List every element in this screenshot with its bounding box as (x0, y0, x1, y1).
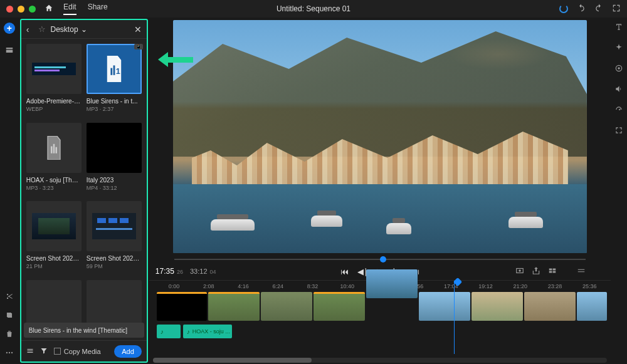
undo-icon[interactable] (577, 4, 586, 14)
svg-rect-16 (96, 228, 132, 230)
audio-track[interactable]: ♪ ♪HOAX - soju ... (153, 322, 611, 340)
add-button[interactable]: Add (114, 345, 142, 358)
minimize-window-button[interactable] (18, 6, 24, 13)
more-icon[interactable] (4, 348, 14, 358)
close-window-button[interactable] (6, 6, 13, 13)
media-item[interactable]: Italy 2023 MP4 · 33:12 (87, 123, 142, 197)
left-tool-rail: + (0, 18, 19, 364)
music-note-icon: ♪ (187, 328, 190, 335)
menu-edit[interactable]: Edit (63, 3, 76, 15)
maximize-window-button[interactable] (29, 6, 36, 13)
timeline: 0:002:084:16 6:248:3210:40 12:4814:5617:… (149, 280, 611, 364)
music-note-icon: ♪ (161, 328, 164, 335)
fullscreen-icon[interactable] (612, 4, 621, 14)
svg-rect-4 (34, 66, 66, 68)
titlebar: Edit Share Untitled: Sequence 01 (0, 0, 627, 18)
svg-rect-22 (552, 271, 556, 273)
audio-icon[interactable] (614, 85, 623, 95)
svg-rect-15 (120, 218, 129, 223)
back-icon[interactable]: ‹ (26, 24, 29, 34)
copy-media-checkbox[interactable]: Copy Media (54, 348, 101, 355)
video-clip[interactable] (157, 292, 207, 321)
media-name: Screen Shot 2023-09... (26, 255, 82, 262)
filter-icon[interactable] (40, 347, 48, 356)
trash-icon[interactable] (4, 329, 14, 339)
audio-clip[interactable]: ♪HOAX - soju ... (183, 325, 232, 338)
scrub-bar[interactable] (174, 256, 586, 263)
scrollbar-thumb[interactable] (153, 358, 312, 363)
add-media-button[interactable]: + (4, 23, 15, 34)
media-meta: WEBP (26, 106, 82, 112)
project-panel-icon[interactable] (4, 45, 14, 55)
close-panel-icon[interactable]: ✕ (134, 24, 142, 34)
speed-icon[interactable] (614, 105, 623, 116)
media-item[interactable]: HOAX - soju [Thema... MP3 · 3:23 (26, 123, 82, 197)
timeline-options-icon[interactable] (577, 266, 586, 277)
media-item[interactable]: Screen Shot 2023-09... 59 PM (87, 201, 142, 275)
media-thumb (26, 123, 82, 173)
svg-rect-13 (97, 218, 106, 223)
media-thumb (26, 44, 82, 94)
prev-clip-icon[interactable]: ⏮ (340, 267, 349, 276)
scissors-icon[interactable] (4, 291, 14, 301)
video-clip[interactable] (577, 292, 607, 321)
media-item[interactable]: Screen Shot 2023-09... 21 PM (26, 201, 82, 275)
audio-clip[interactable]: ♪ (157, 325, 181, 338)
timecode-display: 17:3526 33:1204 (155, 267, 216, 276)
copy-media-label: Copy Media (64, 348, 101, 355)
media-meta: 59 PM (87, 263, 142, 269)
media-meta: MP3 · 3:23 (26, 185, 82, 191)
video-clip[interactable] (472, 292, 523, 321)
svg-point-18 (519, 269, 521, 272)
markers-icon[interactable] (548, 266, 557, 277)
right-tool-rail (611, 18, 627, 364)
media-item-selected[interactable]: 1 📱 Blue Sirens - in t... MP3 · 2:37 (87, 44, 142, 118)
location-dropdown[interactable]: Desktop ⌄ (51, 25, 87, 34)
video-clip[interactable] (208, 292, 260, 321)
duplicate-icon[interactable] (4, 310, 14, 320)
capture-frame-icon[interactable] (515, 266, 524, 277)
program-monitor[interactable] (173, 20, 587, 253)
media-panel-footer: Copy Media Add (21, 340, 147, 361)
timeline-scrollbar[interactable] (153, 358, 607, 363)
svg-rect-7 (113, 65, 115, 75)
svg-rect-9 (51, 146, 53, 153)
redo-icon[interactable] (594, 4, 603, 14)
menu-share[interactable]: Share (88, 3, 108, 15)
svg-rect-5 (34, 70, 60, 71)
text-tool-icon[interactable] (614, 23, 623, 33)
chevron-down-icon: ⌄ (81, 25, 87, 34)
effects-icon[interactable] (614, 43, 623, 54)
video-clip[interactable] (524, 292, 576, 321)
video-clip[interactable] (261, 292, 312, 321)
list-view-icon[interactable] (26, 347, 34, 356)
media-thumb (87, 123, 142, 173)
media-thumb (26, 201, 82, 251)
svg-rect-10 (53, 143, 55, 153)
media-name: Blue Sirens - in t... (87, 98, 142, 105)
color-icon[interactable] (614, 64, 623, 75)
window-controls (6, 6, 36, 13)
video-track[interactable] (153, 292, 611, 322)
svg-rect-12 (92, 213, 136, 239)
favorite-icon[interactable]: ☆ (38, 24, 46, 34)
media-name: Italy 2023 (87, 177, 142, 184)
video-clip[interactable] (419, 292, 470, 321)
device-badge-icon: 📱 (134, 44, 143, 49)
home-icon[interactable] (45, 4, 53, 14)
media-panel-header: ‹ ☆ Desktop ⌄ ✕ (21, 20, 147, 39)
playhead-icon[interactable] (380, 256, 386, 263)
selection-row[interactable]: Blue Sirens - in the wind [Thematic] (24, 323, 144, 338)
media-item[interactable]: Adobe-Premiere-Pro... WEBP (26, 44, 82, 118)
transform-icon[interactable] (614, 126, 623, 137)
video-clip[interactable] (314, 292, 365, 321)
video-clip[interactable] (366, 269, 418, 298)
timeline-playhead[interactable] (454, 281, 455, 354)
svg-point-2 (11, 352, 13, 353)
selection-label: Blue Sirens - in the wind [Thematic] (29, 327, 127, 334)
svg-rect-11 (55, 147, 57, 153)
media-thumb (87, 201, 142, 251)
svg-text:1: 1 (116, 67, 120, 76)
location-label: Desktop (51, 25, 78, 34)
export-frame-icon[interactable] (532, 266, 540, 277)
